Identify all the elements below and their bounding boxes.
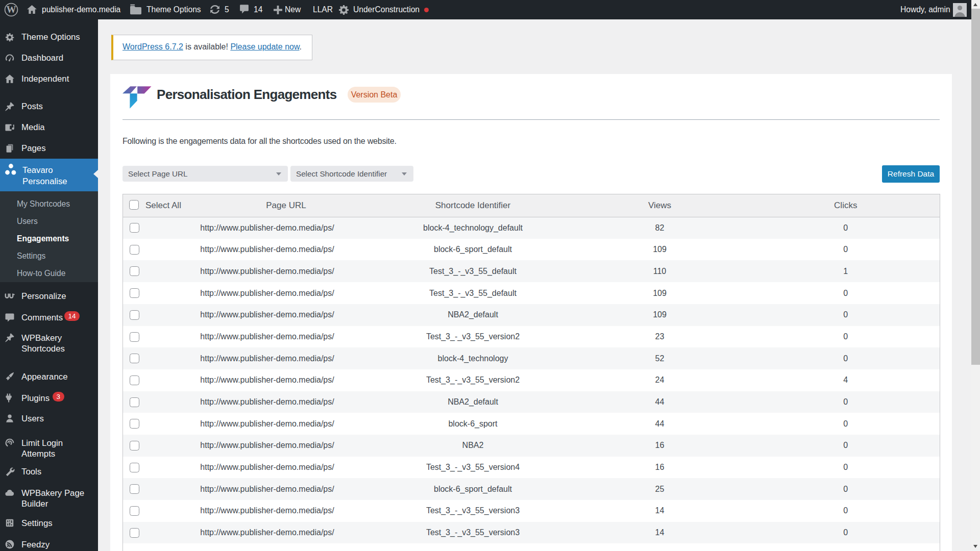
svg-text:W: W <box>7 4 16 15</box>
